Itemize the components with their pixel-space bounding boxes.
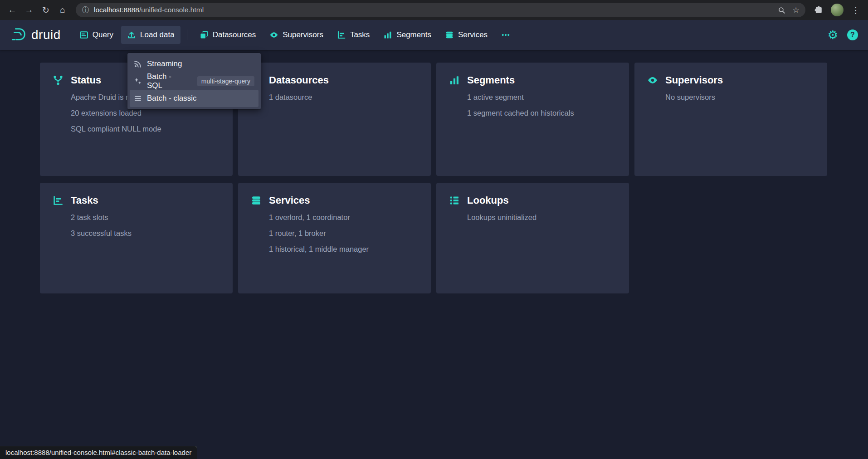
card-header: Segments: [449, 74, 616, 86]
card-line: 3 successful tasks: [71, 229, 220, 238]
list-lines-icon: [134, 94, 142, 103]
card-header: Datasources: [251, 74, 418, 86]
nav-separator: [187, 29, 187, 40]
card-line: 1 active segment: [467, 93, 616, 102]
help-icon[interactable]: ?: [847, 29, 858, 40]
database-stack-icon: [251, 195, 262, 206]
nav-supervisors[interactable]: Supervisors: [263, 26, 329, 44]
datasources-card[interactable]: Datasources 1 datasource: [238, 63, 431, 176]
streaming-rss-icon: [134, 60, 142, 68]
card-body: 1 datasource: [269, 93, 418, 102]
card-title: Segments: [467, 74, 515, 86]
services-card[interactable]: Services 1 overlord, 1 coordinator 1 rou…: [238, 183, 431, 293]
menu-item-batch-classic[interactable]: Batch - classic: [130, 90, 258, 107]
card-title: Datasources: [269, 74, 329, 86]
card-line: SQL compliant NULL mode: [71, 124, 220, 133]
menu-item-streaming[interactable]: Streaming: [130, 55, 258, 73]
gantt-tasks-icon: [337, 30, 346, 39]
url-path: /unified-console.html: [139, 6, 204, 14]
card-line: 1 segment cached on historicals: [467, 108, 616, 117]
druid-navbar: druid Query Load data Datasources: [0, 20, 868, 50]
omnibox-actions: ☆: [775, 3, 803, 17]
sparkles-icon: [134, 77, 142, 85]
card-line: No supervisors: [665, 93, 814, 102]
datasources-icon: [200, 30, 209, 39]
link-preview-statusbar: localhost:8888/unified-console.html#clas…: [0, 446, 197, 459]
druid-logo-icon: [10, 27, 27, 44]
card-line: 2 task slots: [71, 213, 220, 222]
nav-load-data[interactable]: Load data: [121, 26, 180, 44]
browser-toolbar: ← → ↻ ⌂ ⓘ localhost:8888/unified-console…: [0, 0, 868, 20]
menu-item-label: Batch - SQL: [147, 72, 188, 90]
card-title: Tasks: [71, 195, 98, 206]
url-bar[interactable]: ⓘ localhost:8888/unified-console.html ☆: [76, 3, 805, 17]
card-body: No supervisors: [665, 93, 814, 102]
nav-more[interactable]: [495, 26, 516, 44]
card-line: 20 extensions loaded: [71, 108, 220, 117]
supervisors-card[interactable]: Supervisors No supervisors: [634, 63, 827, 176]
card-line: 1 overlord, 1 coordinator: [269, 213, 418, 222]
screen: ← → ↻ ⌂ ⓘ localhost:8888/unified-console…: [0, 0, 868, 459]
card-header: Services: [251, 195, 418, 206]
card-body: 1 overlord, 1 coordinator 1 router, 1 br…: [269, 213, 418, 254]
more-ellipsis-icon: [501, 30, 510, 39]
home-icon[interactable]: ⌂: [55, 2, 70, 18]
load-data-menu: Streaming Batch - SQL multi-stage-query …: [127, 53, 261, 109]
bar-chart-icon: [383, 30, 392, 39]
browser-menu-icon[interactable]: ⋮: [848, 2, 863, 18]
lookups-card[interactable]: Lookups Lookups uninitialized: [436, 183, 629, 293]
nav-tasks[interactable]: Tasks: [331, 26, 375, 44]
card-title: Supervisors: [665, 74, 723, 86]
card-title: Services: [269, 195, 310, 206]
menu-item-label: Batch - classic: [147, 94, 197, 103]
reload-icon[interactable]: ↻: [38, 2, 54, 18]
menu-item-batch-sql[interactable]: Batch - SQL multi-stage-query: [130, 73, 258, 90]
nav-services[interactable]: Services: [439, 26, 493, 44]
eye-icon: [647, 75, 658, 86]
database-stack-icon: [445, 30, 454, 39]
card-title: Status: [71, 74, 101, 86]
card-line: 1 router, 1 broker: [269, 229, 418, 238]
card-header: Tasks: [53, 195, 220, 206]
druid-logo[interactable]: druid: [10, 27, 61, 44]
settings-gear-icon[interactable]: ⚙: [828, 29, 838, 41]
forward-icon[interactable]: →: [21, 2, 37, 18]
card-line: Lookups uninitialized: [467, 213, 616, 222]
card-header: Supervisors: [647, 74, 814, 86]
bar-chart-icon: [449, 75, 460, 86]
navbar-actions: ⚙ ?: [828, 29, 858, 41]
card-body: 1 active segment 1 segment cached on his…: [467, 93, 616, 117]
tasks-card[interactable]: Tasks 2 task slots 3 successful tasks: [40, 183, 233, 293]
brand-name: druid: [31, 28, 61, 42]
nav-datasources[interactable]: Datasources: [194, 26, 262, 44]
multi-stage-query-badge: multi-stage-query: [197, 76, 254, 86]
zoom-icon[interactable]: [775, 3, 788, 17]
card-body: 2 task slots 3 successful tasks: [71, 213, 220, 238]
nav-label: Datasources: [213, 30, 256, 39]
url-host: localhost:8888: [94, 6, 139, 14]
card-line: 1 historical, 1 middle manager: [269, 244, 418, 254]
site-info-icon[interactable]: ⓘ: [82, 5, 89, 15]
gantt-tasks-icon: [53, 195, 63, 206]
extensions-puzzle-icon[interactable]: [811, 2, 826, 18]
card-line: 1 datasource: [269, 93, 418, 102]
back-icon[interactable]: ←: [5, 2, 20, 18]
query-console-icon: [79, 30, 88, 39]
nav-label: Segments: [396, 30, 431, 39]
card-body: Lookups uninitialized: [467, 213, 616, 222]
nav-query[interactable]: Query: [73, 26, 119, 44]
eye-icon: [269, 30, 278, 39]
upload-data-icon: [127, 30, 136, 39]
properties-list-icon: [449, 195, 460, 206]
card-header: Lookups: [449, 195, 616, 206]
nav-label: Services: [458, 30, 488, 39]
nav-label: Tasks: [350, 30, 370, 39]
profile-avatar[interactable]: [831, 4, 844, 16]
card-title: Lookups: [467, 195, 509, 206]
fork-icon: [53, 75, 63, 86]
bookmark-star-icon[interactable]: ☆: [789, 3, 803, 17]
segments-card[interactable]: Segments 1 active segment 1 segment cach…: [436, 63, 629, 176]
nav-label: Supervisors: [283, 30, 323, 39]
nav-segments[interactable]: Segments: [377, 26, 437, 44]
nav-label: Query: [93, 30, 113, 39]
